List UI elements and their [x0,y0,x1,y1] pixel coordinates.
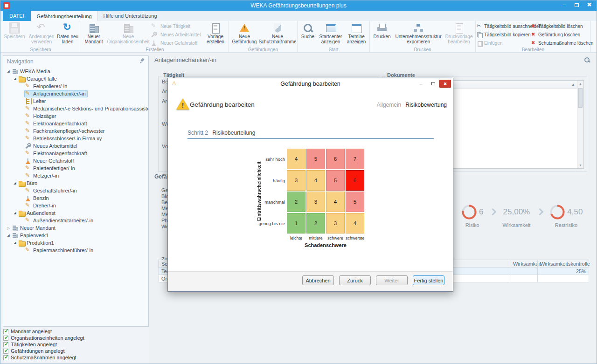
matrix-cell-manchmal-schwere[interactable]: 4 [326,192,345,212]
matrix-cell-sehr-hoch-leichte[interactable]: 4 [287,149,305,169]
suche-button[interactable]: Suche [298,21,317,47]
tree-item-body[interactable]: Geschäftsführer/-in [24,187,79,194]
unternehmensstruktur-exportieren-button[interactable]: Unternehmensstruktur exportieren [393,21,444,47]
tree-item[interactable]: Holzsäger [3,112,148,120]
tree-item-body[interactable]: Neues Arbeitsmittel [24,143,79,150]
tree-item-body[interactable]: Elektroanlagenfachkraft [24,120,89,127]
tree-item[interactable]: ◢WEKA Media [3,68,148,75]
tree-item[interactable]: Betriebsschlosser/-in Firma xy [3,135,148,142]
tree-item-body[interactable]: Fachkrankenpfleger/-schwester [24,128,106,135]
window-close-button[interactable]: ✖ [583,0,596,10]
scrollbar-thumb[interactable] [578,88,583,108]
dialog-titlebar[interactable]: ⚠ Gefährdung bearbeiten – ✖ [168,78,453,89]
tree-item[interactable]: Feinpolierer/-in [3,82,148,90]
tree-item-body[interactable]: Metzger/-in [24,172,61,179]
discard-changes-button[interactable]: Änderungen verwerfen [28,21,56,47]
neue-gefaehrdung-button[interactable]: Neue Gefährdung [230,21,259,47]
tree-item-body[interactable]: Garage/Halle [18,76,59,82]
tree-expander-icon[interactable]: ◢ [12,77,18,81]
tree-item-body[interactable]: Dreher/-in [24,202,58,209]
tree-item[interactable]: ◢Außendienst [3,209,148,217]
tab-datei[interactable]: DATEI [3,11,31,21]
matrix-cell-manchmal-leichte[interactable]: 2 [287,192,305,212]
scroll-down-icon[interactable]: ▼ [577,164,583,167]
tree-item[interactable]: Elektroanlagenfachkraft [3,120,148,127]
einfuegen-button[interactable]: Einfügen [477,39,531,47]
fertig-stellen-button[interactable]: Fertig stellen [413,275,444,285]
tree-item[interactable]: Papiermaschinenführer/-in [3,247,148,254]
zurueck-button[interactable]: Zurück [339,275,371,285]
tree-item[interactable]: ◢Garage/Halle [3,75,148,82]
tree-item[interactable]: Medizinischer/-e Sektions- und Präparati… [3,105,148,112]
tree-item-body[interactable]: Büro [18,180,39,187]
tab-gefaehrdungsbeurteilung[interactable]: Gefährdungsbeurteilung [31,11,98,21]
neue-taetigkeit-button[interactable]: Neue Tätigkeit [151,22,203,30]
tree-item-body[interactable]: Papierwerk1 [11,232,50,239]
tree-item-body[interactable]: Palettenfertiger/-in [24,165,77,172]
scroll-up-icon[interactable]: ▲ [577,82,583,85]
vorlage-erstellen-button[interactable]: Vorlage erstellen [203,21,228,47]
tree-item[interactable]: Anlagenmechaniker/-in [3,90,148,97]
tree-item-body[interactable]: Außendienst [18,210,57,217]
tree-expander-icon[interactable]: ◢ [6,69,11,73]
tree-item[interactable]: Palettenfertiger/-in [3,165,148,172]
tree-item[interactable]: Außendienstmitarbeiter/-in [3,217,148,224]
tree-item[interactable]: Neuer Gefahrstoff [3,157,148,165]
dialog-close-button[interactable]: ✖ [439,80,451,88]
taetigkeitsbild-ausschneiden-button[interactable]: Tätigkeitsbild ausschneiden [477,22,531,30]
neues-arbeitsmittel-button[interactable]: Neues Arbeitsmittel [151,31,203,39]
tree-item-body[interactable]: Anlagenmechaniker/-in [24,90,88,97]
save-button[interactable]: Speichern [1,21,28,47]
tree-item[interactable]: ◢Büro [3,179,148,187]
search-icon[interactable] [584,57,590,63]
startcenter-button[interactable]: Startcenter anzeigen [317,21,344,47]
tree-item-body[interactable]: Elektroanlagenfachkraft [24,150,89,157]
tree-item[interactable]: Elektroanlagenfachkraft [3,150,148,157]
matrix-cell-häufig-schwere[interactable]: 5 [326,170,345,191]
tree-item[interactable]: ◢Produktion1 [3,239,148,247]
tree-item-body[interactable]: Medizinischer/-e Sektions- und Präparati… [24,105,148,112]
matrix-cell-häufig-mittlere[interactable]: 4 [306,170,325,191]
matrix-cell-sehr-hoch-schwere[interactable]: 6 [326,149,345,169]
tree-item-body[interactable]: Feinpolierer/-in [24,83,69,90]
drucken-button[interactable]: Drucken [371,21,393,47]
neue-organisationseinheit-button[interactable]: Neue Organisationseinheit [105,21,151,47]
vertical-scrollbar[interactable]: ▲ ▼ [577,81,583,168]
tree-item-body[interactable]: Betriebsschlosser/-in Firma xy [24,135,104,142]
window-maximize-button[interactable] [570,0,583,10]
tree-expander-icon[interactable]: ◢ [12,211,18,215]
tree-expander-icon[interactable]: ◢ [12,181,18,185]
matrix-cell-sehr-hoch-schwerste[interactable]: 7 [346,149,364,169]
tree-item[interactable]: Neues Arbeitsmittel [3,142,148,150]
dialog-minimize-button[interactable]: – [415,80,427,88]
weiter-button[interactable]: Weiter [376,275,408,285]
matrix-cell-häufig-schwerste[interactable]: 6 [346,170,364,191]
tree-item-body[interactable]: Neuer Gefahrstoff [24,158,76,165]
tree-item[interactable]: Geschäftsführer/-in [3,187,148,194]
matrix-cell-sehr-hoch-mittlere[interactable]: 5 [306,149,325,169]
tree-expander-icon[interactable]: ◢ [6,234,11,237]
tree-item-body[interactable]: Benzin [24,195,51,202]
abbrechen-button[interactable]: Abbrechen [302,275,334,285]
termine-button[interactable]: Termine anzeigen [344,21,368,47]
tree-item-body[interactable]: WEKA Media [11,68,52,75]
matrix-cell-gering-bis-nie-schwere[interactable]: 3 [326,213,345,234]
dialog-maximize-button[interactable] [427,80,439,88]
pin-icon[interactable] [139,58,145,63]
tree-item-body[interactable]: Holzsäger [24,113,58,120]
tree-item[interactable]: Metzger/-in [3,172,148,179]
gefaehrdung-loeschen-button[interactable]: Gefährdung löschen [531,31,590,39]
tree-item-body[interactable]: Produktion1 [18,240,56,247]
window-minimize-button[interactable]: – [558,0,570,10]
tree-item[interactable]: Leiter [3,97,148,105]
tree-item[interactable]: Dreher/-in [3,202,148,209]
neuer-mandant-button[interactable]: Neuer Mandant [82,21,105,47]
druckvorlage-bearbeiten-button[interactable]: Druckvorlage bearbeiten [444,21,474,47]
tree-expander-icon[interactable]: ◢ [12,241,18,245]
tree-item[interactable]: Benzin [3,194,148,202]
tree-item-body[interactable]: Papiermaschinenführer/-in [24,247,95,254]
matrix-cell-gering-bis-nie-leichte[interactable]: 1 [287,213,305,234]
sort-ascending-icon[interactable]: ▲ [571,82,575,87]
tree-expander-icon[interactable]: ▷ [6,226,11,230]
tree-item-body[interactable]: Außendienstmitarbeiter/-in [24,217,95,224]
